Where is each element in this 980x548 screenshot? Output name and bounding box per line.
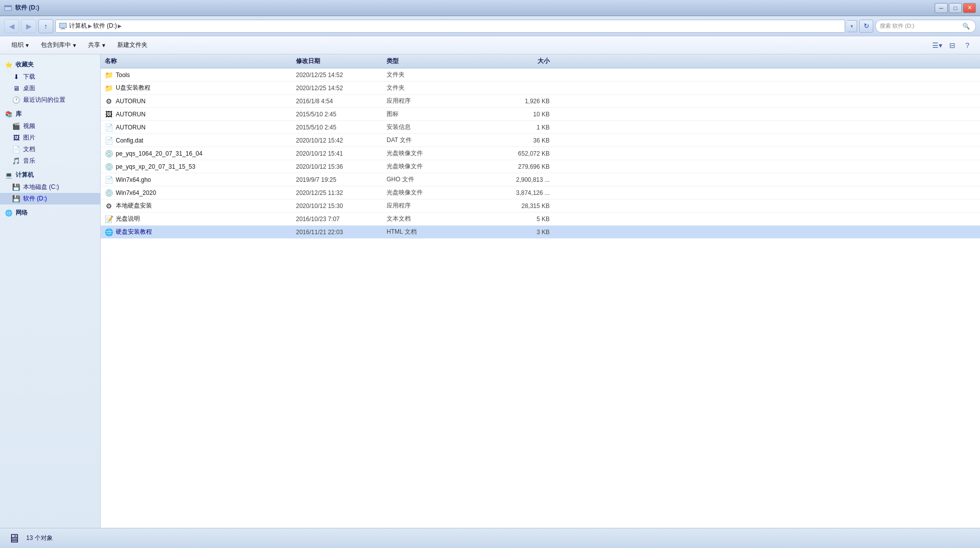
share-chevron: ▾: [102, 42, 105, 49]
table-row[interactable]: 📁 U盘安装教程 2020/12/25 14:52 文件夹: [101, 82, 980, 95]
file-name: 本地硬盘安装: [116, 201, 152, 210]
c-drive-label: 本地磁盘 (C:): [23, 183, 59, 191]
file-name: AUTORUN: [116, 98, 145, 105]
file-type: 光盘映像文件: [387, 149, 477, 158]
window-controls: ─ □ ✕: [935, 3, 976, 13]
file-name-cell: 🖼 AUTORUN: [105, 110, 296, 118]
table-row[interactable]: ⚙ AUTORUN 2016/1/8 4:54 应用程序 1,926 KB: [101, 95, 980, 108]
file-size: 1,926 KB: [477, 98, 558, 105]
table-row[interactable]: 📁 Tools 2020/12/25 14:52 文件夹: [101, 68, 980, 82]
table-row[interactable]: ⚙ 本地硬盘安装 2020/10/12 15:30 应用程序 28,315 KB: [101, 199, 980, 213]
file-name-cell: ⚙ AUTORUN: [105, 97, 296, 105]
file-size: 5 KB: [477, 216, 558, 223]
sidebar-item-documents[interactable]: 📄 文档: [0, 144, 100, 155]
table-row[interactable]: 📝 光盘说明 2016/10/23 7:07 文本文档 5 KB: [101, 213, 980, 226]
archive-label: 包含到库中: [41, 41, 71, 49]
file-name: Tools: [116, 72, 130, 79]
table-row[interactable]: 📄 Config.dat 2020/10/12 15:42 DAT 文件 36 …: [101, 134, 980, 147]
column-name[interactable]: 名称: [105, 57, 296, 65]
column-date[interactable]: 修改日期: [296, 57, 387, 65]
file-icon: 🌐: [105, 228, 113, 236]
file-type: 安装信息: [387, 123, 477, 131]
sidebar-item-music[interactable]: 🎵 音乐: [0, 155, 100, 167]
favorites-icon: ⭐: [5, 61, 13, 68]
close-button[interactable]: ✕: [963, 3, 976, 13]
file-size: 3 KB: [477, 229, 558, 236]
sidebar-library-header[interactable]: 📚 库: [0, 108, 100, 120]
file-name: pe_yqs_1064_20_07_31_16_04: [116, 150, 202, 157]
column-size[interactable]: 大小: [477, 57, 558, 65]
file-name: AUTORUN: [116, 111, 145, 118]
search-placeholder: 搜索 软件 (D:): [880, 22, 958, 30]
column-type[interactable]: 类型: [387, 57, 477, 65]
file-name-cell: ⚙ 本地硬盘安装: [105, 201, 296, 210]
back-button[interactable]: ◀: [4, 19, 19, 33]
svg-rect-1: [5, 6, 12, 7]
download-label: 下载: [23, 73, 35, 81]
file-size: 28,315 KB: [477, 202, 558, 210]
share-button[interactable]: 共享 ▾: [83, 38, 111, 52]
file-name: AUTORUN: [116, 124, 145, 131]
sidebar-item-d-drive[interactable]: 💾 软件 (D:): [0, 193, 100, 204]
file-type: 应用程序: [387, 201, 477, 210]
file-type: GHO 文件: [387, 175, 477, 184]
help-button[interactable]: ?: [961, 39, 974, 52]
file-icon: 💿: [105, 163, 113, 171]
file-name: 硬盘安装教程: [116, 228, 152, 236]
file-type: 文件夹: [387, 71, 477, 79]
file-icon: 💿: [105, 189, 113, 197]
file-area: 名称 修改日期 类型 大小 📁 Tools 2020/12/25 14:52 文…: [101, 54, 980, 528]
archive-button[interactable]: 包含到库中 ▾: [35, 38, 82, 52]
sidebar-item-pictures[interactable]: 🖼 图片: [0, 132, 100, 144]
file-type: 文件夹: [387, 84, 477, 92]
forward-button[interactable]: ▶: [21, 19, 36, 33]
recent-icon: 🕐: [12, 96, 20, 104]
table-row[interactable]: 📄 AUTORUN 2015/5/10 2:45 安装信息 1 KB: [101, 121, 980, 134]
file-name-cell: 📄 Win7x64.gho: [105, 176, 296, 184]
sidebar-item-video[interactable]: 🎬 视频: [0, 120, 100, 132]
new-folder-button[interactable]: 新建文件夹: [112, 38, 153, 52]
search-button[interactable]: 🔍: [960, 21, 971, 32]
maximize-button[interactable]: □: [949, 3, 962, 13]
organize-button[interactable]: 组织 ▾: [6, 38, 34, 52]
up-button[interactable]: ↑: [38, 19, 53, 33]
search-bar: 搜索 软件 (D:) 🔍: [875, 20, 976, 33]
table-row[interactable]: 📄 Win7x64.gho 2019/9/7 19:25 GHO 文件 2,90…: [101, 173, 980, 186]
file-name-cell: 📝 光盘说明: [105, 215, 296, 223]
status-app-icon: 🖥: [8, 531, 20, 545]
file-size: 279,696 KB: [477, 163, 558, 170]
sidebar-favorites-header[interactable]: ⭐ 收藏夹: [0, 58, 100, 71]
file-name: Win7x64.gho: [116, 176, 151, 183]
music-label: 音乐: [23, 157, 35, 165]
sidebar-item-c-drive[interactable]: 💾 本地磁盘 (C:): [0, 181, 100, 193]
preview-pane-button[interactable]: ⊟: [946, 39, 959, 52]
breadcrumb-computer[interactable]: 计算机: [69, 22, 87, 30]
address-dropdown-button[interactable]: ▾: [847, 20, 857, 32]
table-row[interactable]: 🖼 AUTORUN 2015/5/10 2:45 图标 10 KB: [101, 108, 980, 121]
organize-chevron: ▾: [26, 42, 29, 49]
file-size: 1 KB: [477, 124, 558, 131]
file-size: 652,072 KB: [477, 150, 558, 157]
file-type: 光盘映像文件: [387, 188, 477, 197]
video-icon: 🎬: [12, 122, 20, 130]
computer-icon: 💻: [5, 172, 13, 179]
view-dropdown-button[interactable]: ☰▾: [931, 39, 944, 52]
sidebar-item-recent[interactable]: 🕐 最近访问的位置: [0, 94, 100, 106]
file-size: 3,874,126 ...: [477, 189, 558, 196]
breadcrumb-drive[interactable]: 软件 (D:): [93, 22, 117, 30]
new-folder-label: 新建文件夹: [117, 41, 147, 49]
sidebar-item-desktop[interactable]: 🖥 桌面: [0, 83, 100, 94]
sidebar-computer-header[interactable]: 💻 计算机: [0, 169, 100, 181]
file-name-cell: 🌐 硬盘安装教程: [105, 228, 296, 236]
refresh-button[interactable]: ↻: [859, 20, 873, 33]
svg-rect-2: [59, 23, 66, 28]
minimize-button[interactable]: ─: [935, 3, 948, 13]
table-row[interactable]: 💿 pe_yqs_1064_20_07_31_16_04 2020/10/12 …: [101, 147, 980, 160]
table-row[interactable]: 🌐 硬盘安装教程 2016/11/21 22:03 HTML 文档 3 KB: [101, 226, 980, 239]
table-row[interactable]: 💿 pe_yqs_xp_20_07_31_15_53 2020/10/12 15…: [101, 160, 980, 173]
sidebar-network-header[interactable]: 🌐 网络: [0, 207, 100, 219]
file-size: 10 KB: [477, 111, 558, 118]
sidebar-item-download[interactable]: ⬇ 下载: [0, 71, 100, 83]
breadcrumb-arrow-1: ▶: [88, 23, 92, 29]
table-row[interactable]: 💿 Win7x64_2020 2020/12/25 11:32 光盘映像文件 3…: [101, 186, 980, 199]
